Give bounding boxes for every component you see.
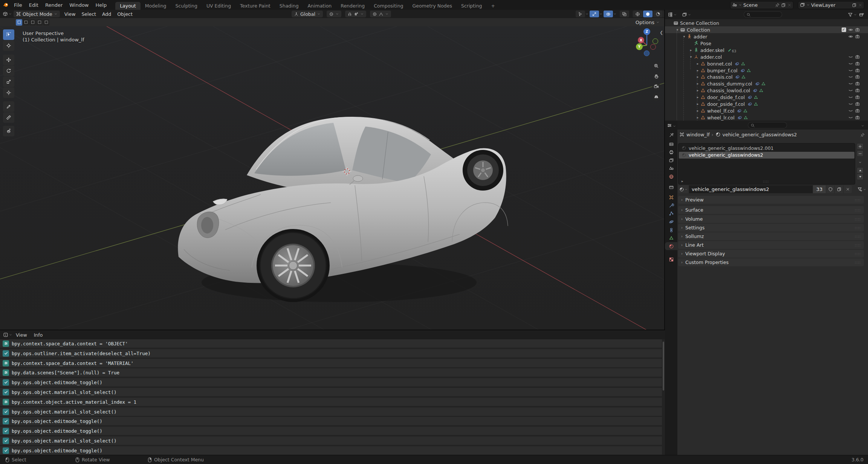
camera-icon[interactable] (854, 108, 860, 114)
snap-magnet-icon[interactable] (347, 11, 352, 17)
editor-type-outliner-icon[interactable] (667, 12, 673, 18)
eye-closed-icon[interactable] (848, 101, 853, 107)
filter-icon[interactable] (847, 12, 853, 18)
xray-toggle[interactable] (620, 11, 629, 17)
tool-select-box-button[interactable] (3, 29, 14, 40)
info-log-row[interactable]: bpy.context.space_data.context = 'OBJECT… (0, 339, 662, 348)
pin-id-icon[interactable] (859, 132, 865, 138)
chevron-down-icon[interactable] (585, 11, 589, 17)
outliner-row-adder-skel[interactable]: ▸adder.skel63 (665, 47, 868, 53)
material-slot[interactable]: vehicle_generic_glasswindows2 (679, 152, 854, 159)
workspace-tab-geometry-nodes[interactable]: Geometry Nodes (408, 2, 457, 10)
shading-wireframe-button[interactable] (633, 11, 642, 17)
disclosure-closed-icon[interactable]: ▸ (695, 69, 700, 72)
info-log-row[interactable]: bpy.ops.object.material_slot_select() (0, 408, 662, 416)
panel-drag-grip-icon[interactable]: :::: (855, 217, 861, 221)
proportional-editing-icon[interactable] (372, 11, 377, 17)
proportional-editing[interactable] (370, 11, 391, 17)
properties-tab-constraints[interactable] (665, 226, 677, 234)
properties-tab-world[interactable] (665, 172, 677, 180)
info-log-row[interactable]: bpy.ops.object.editmode_toggle() (0, 417, 662, 425)
eye-icon[interactable] (848, 34, 853, 40)
workspace-tab-sculpting[interactable]: Sculpting (171, 2, 202, 10)
chevron-down-icon[interactable] (613, 11, 617, 17)
properties-tab-data[interactable] (665, 234, 677, 242)
move-slot-down-button[interactable] (857, 174, 863, 180)
new-collection-icon[interactable] (859, 12, 865, 18)
menu-file[interactable]: File (11, 0, 26, 10)
eye-closed-icon[interactable] (848, 95, 853, 100)
workspace-tab-scripting[interactable]: Scripting (457, 2, 487, 10)
gizmo-axis-x-neg[interactable] (650, 44, 656, 50)
camera-icon[interactable] (854, 101, 860, 107)
camera-icon[interactable] (854, 34, 860, 40)
new-material-button[interactable] (834, 185, 843, 193)
camera-icon[interactable] (854, 68, 860, 73)
info-log-row[interactable]: bpy.context.object.active_material_index… (0, 398, 662, 406)
shading-solid-button[interactable] (643, 11, 653, 17)
workspace-tab-compositing[interactable]: Compositing (369, 2, 408, 10)
eye-closed-icon[interactable] (848, 74, 853, 80)
eye-closed-icon[interactable] (848, 81, 853, 87)
eye-icon[interactable] (848, 27, 853, 33)
disclosure-closed-icon[interactable]: ▸ (695, 82, 700, 85)
tool-move-button[interactable] (3, 55, 14, 65)
tool-transform-button[interactable] (3, 87, 14, 98)
outliner-row-chassis-col[interactable]: ▸chassis.col (665, 73, 868, 80)
snap-settings[interactable] (345, 11, 366, 17)
remove-view-layer-icon[interactable] (858, 2, 862, 8)
outliner-row-door-dside-f-col[interactable]: ▸door_dside_f.col (665, 94, 868, 101)
view-layer-selector[interactable]: ViewLayer (798, 1, 864, 9)
move-slot-up-button[interactable] (857, 167, 863, 174)
perspective-toggle-button[interactable] (652, 93, 660, 101)
mode-selector[interactable]: Object Mode (14, 11, 60, 17)
viewport-menu-add[interactable]: Add (99, 11, 114, 17)
properties-tab-material[interactable] (665, 242, 677, 250)
properties-tab-render[interactable] (665, 140, 677, 148)
orientation-selector[interactable]: Global (292, 11, 323, 17)
panel-drag-grip-icon[interactable]: :::: (855, 208, 861, 212)
eye-closed-icon[interactable] (848, 108, 853, 114)
show-gizmo-toggle[interactable] (576, 11, 585, 17)
disclosure-closed-icon[interactable]: ▸ (695, 62, 700, 66)
properties-tab-particles[interactable] (665, 209, 677, 217)
material-slots-list[interactable]: ▸ :::: vehicle_generic_glasswindows2.001… (678, 143, 855, 185)
info-log-row[interactable]: bpy.context.space_data.context = 'MATERI… (0, 359, 662, 367)
outliner-row-adder[interactable]: ▾adder (665, 33, 868, 40)
panel-drag-grip-icon[interactable]: :::: (855, 252, 861, 256)
chevron-down-icon[interactable] (860, 123, 865, 129)
overlays-toggle[interactable] (604, 11, 613, 17)
select-mode-4[interactable] (43, 19, 49, 26)
disclosure-closed-icon[interactable]: ▸ (688, 48, 694, 52)
camera-icon[interactable] (854, 61, 860, 67)
viewport-menu-select[interactable]: Select (78, 11, 99, 17)
camera-view-button[interactable] (652, 82, 660, 91)
camera-icon[interactable] (854, 74, 860, 80)
disclosure-closed-icon[interactable]: ▸ (695, 95, 700, 99)
camera-icon[interactable] (854, 115, 860, 121)
panel-custom-properties[interactable]: ›Custom Properties:::: (678, 258, 864, 266)
info-log-row[interactable]: bpy.ops.object.editmode_toggle() (0, 446, 662, 455)
zoom-button[interactable] (652, 62, 660, 70)
remove-material-slot-button[interactable] (857, 150, 863, 157)
outliner-row-chassis-dummy-col[interactable]: ▸chassis_dummy.col (665, 80, 868, 87)
workspace-tab-rendering[interactable]: Rendering (336, 2, 369, 10)
tool-measure-button[interactable] (3, 112, 14, 123)
workspace-tab-uv-editing[interactable]: UV Editing (202, 2, 235, 10)
info-scrollbar[interactable] (663, 342, 664, 391)
menu-help[interactable]: Help (92, 0, 110, 10)
viewport-canvas[interactable]: User Perspective (1) Collection | window… (0, 26, 665, 330)
panel-preview[interactable]: ›Preview:::: (678, 196, 864, 204)
add-workspace-button[interactable]: + (487, 2, 500, 10)
pin-icon[interactable] (775, 2, 780, 8)
car-model[interactable] (162, 105, 509, 309)
display-mode-icon[interactable] (682, 12, 688, 18)
workspace-tab-animation[interactable]: Animation (303, 2, 336, 10)
breadcrumb-material[interactable]: vehicle_generic_glasswindows2 (723, 132, 797, 137)
workspace-tab-modeling[interactable]: Modeling (141, 2, 171, 10)
disclosure-closed-icon[interactable]: ▸ (695, 75, 700, 79)
disclosure-open-icon[interactable]: ▾ (675, 28, 680, 32)
workspace-tab-layout[interactable]: Layout (115, 2, 141, 10)
gizmo-axis-z[interactable]: Z (643, 28, 650, 35)
tool-annotate-button[interactable] (3, 101, 14, 112)
